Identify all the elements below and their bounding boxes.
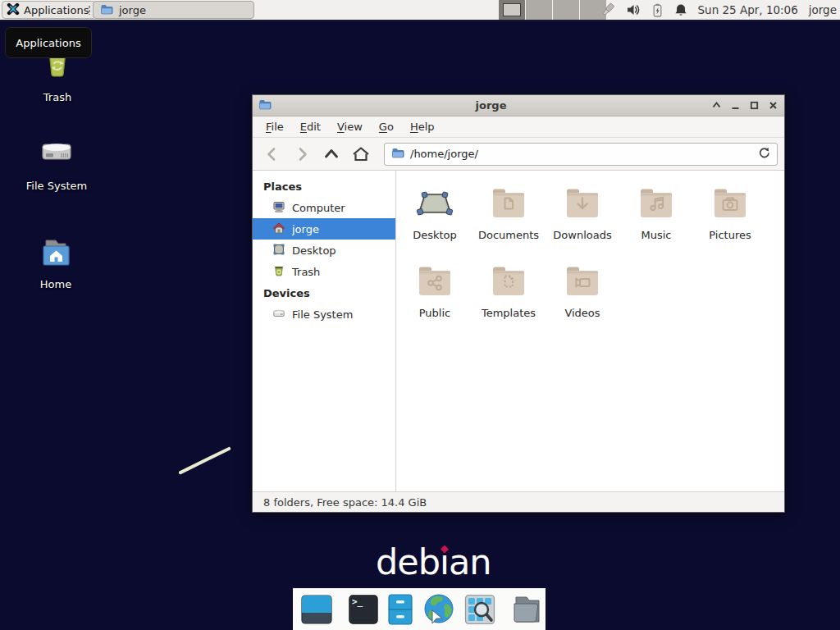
show-desktop-button[interactable] bbox=[300, 594, 333, 625]
public-folder-icon bbox=[415, 262, 454, 304]
workspace-3[interactable] bbox=[553, 0, 580, 20]
battery-icon[interactable] bbox=[651, 3, 664, 17]
file-label: Templates bbox=[482, 307, 536, 319]
hard-drive-icon bbox=[272, 307, 285, 322]
menubar: File Edit View Go Help bbox=[253, 116, 784, 138]
workspace-window-preview bbox=[503, 3, 521, 16]
file-public[interactable]: Public bbox=[398, 262, 472, 340]
applications-menu-button[interactable]: Applications bbox=[2, 1, 96, 19]
desktop-icon-home[interactable]: Home bbox=[15, 232, 97, 290]
statusbar-text: 8 folders, Free space: 14.4 GiB bbox=[263, 496, 427, 509]
desktop-icon bbox=[272, 243, 285, 258]
window-titlebar[interactable]: jorge bbox=[253, 95, 784, 116]
tooltip-text: Applications bbox=[16, 37, 80, 49]
debian-logo-text: deb bbox=[376, 541, 440, 582]
sidebar-item-computer[interactable]: Computer bbox=[253, 197, 395, 218]
sidebar: Places Computer bbox=[253, 171, 396, 491]
downloads-folder-icon bbox=[563, 184, 602, 226]
menu-view[interactable]: View bbox=[329, 116, 371, 138]
close-button[interactable] bbox=[767, 100, 778, 112]
file-label: Public bbox=[419, 307, 450, 319]
desktop-icon-label: Trash bbox=[43, 91, 71, 103]
window-folder-icon bbox=[258, 98, 272, 113]
applications-tooltip: Applications bbox=[5, 27, 92, 58]
desktop-trapezoid-icon bbox=[415, 184, 454, 226]
file-downloads[interactable]: Downloads bbox=[546, 184, 619, 262]
home-button[interactable] bbox=[348, 142, 374, 167]
workspace-1[interactable] bbox=[499, 0, 526, 20]
web-browser-launcher[interactable] bbox=[422, 592, 456, 627]
file-label: Documents bbox=[478, 229, 539, 241]
sidebar-item-jorge[interactable]: jorge bbox=[253, 218, 395, 240]
file-manager-window: jorge File Edit View Go Help bbox=[252, 94, 785, 513]
file-music[interactable]: Music bbox=[619, 184, 693, 262]
maximize-button[interactable] bbox=[748, 100, 760, 112]
path-text[interactable]: /home/jorge/ bbox=[410, 148, 752, 160]
trash-icon bbox=[272, 264, 285, 280]
videos-folder-icon bbox=[563, 262, 602, 304]
back-button[interactable] bbox=[259, 142, 285, 167]
hard-drive-icon bbox=[37, 134, 76, 176]
path-bar[interactable]: /home/jorge/ bbox=[384, 143, 778, 166]
file-label: Downloads bbox=[553, 229, 611, 241]
computer-icon bbox=[272, 200, 285, 216]
file-manager-launcher[interactable] bbox=[386, 593, 414, 626]
file-videos[interactable]: Videos bbox=[546, 262, 619, 340]
desktop-icon-label: Home bbox=[40, 278, 71, 290]
window-title: jorge bbox=[272, 99, 710, 112]
sidebar-item-label: Trash bbox=[292, 266, 320, 278]
menu-go[interactable]: Go bbox=[371, 116, 402, 138]
dock-panel: >_ bbox=[293, 588, 546, 630]
pictures-folder-icon bbox=[710, 184, 750, 226]
file-documents[interactable]: Documents bbox=[472, 184, 546, 262]
app-finder-launcher[interactable] bbox=[463, 593, 496, 626]
debian-logo-i: ı bbox=[440, 541, 449, 582]
music-folder-icon bbox=[637, 184, 676, 226]
forward-button[interactable] bbox=[289, 142, 315, 167]
sidebar-item-label: File System bbox=[292, 308, 353, 321]
workspace-pager[interactable] bbox=[499, 0, 607, 20]
stylus-tool-icon[interactable] bbox=[600, 2, 616, 17]
path-folder-icon bbox=[391, 146, 404, 162]
file-label: Music bbox=[641, 229, 672, 241]
documents-folder-icon bbox=[489, 184, 528, 226]
taskbar-window-button[interactable]: jorge bbox=[93, 1, 254, 19]
statusbar: 8 folders, Free space: 14.4 GiB bbox=[253, 491, 784, 512]
cursor-artifact bbox=[178, 446, 231, 474]
sidebar-item-desktop[interactable]: Desktop bbox=[253, 240, 395, 261]
sidebar-item-label: jorge bbox=[292, 223, 319, 235]
xfce-menu-icon bbox=[7, 2, 20, 18]
menu-file[interactable]: File bbox=[258, 116, 292, 138]
system-tray: Sun 25 Apr, 10:06 jorge bbox=[600, 0, 838, 20]
file-pictures[interactable]: Pictures bbox=[693, 184, 767, 262]
volume-icon[interactable] bbox=[627, 3, 641, 16]
menu-help[interactable]: Help bbox=[402, 116, 443, 138]
minimize-button[interactable] bbox=[729, 100, 741, 112]
reload-icon[interactable] bbox=[758, 147, 770, 162]
templates-folder-icon bbox=[489, 262, 528, 304]
up-button[interactable] bbox=[318, 142, 345, 167]
taskbar-window-label: jorge bbox=[119, 4, 146, 16]
workspace-2[interactable] bbox=[526, 0, 553, 20]
debian-logo: debıan bbox=[376, 541, 491, 582]
file-templates[interactable]: Templates bbox=[472, 262, 546, 340]
user-name[interactable]: jorge bbox=[809, 3, 837, 16]
home-folder-icon bbox=[36, 232, 75, 274]
file-desktop[interactable]: Desktop bbox=[398, 184, 472, 262]
file-label: Pictures bbox=[709, 229, 751, 241]
directory-menu-button[interactable] bbox=[511, 594, 544, 625]
panel-handle[interactable] bbox=[88, 5, 91, 15]
sidebar-item-file-system[interactable]: File System bbox=[253, 304, 395, 325]
notification-bell-icon[interactable] bbox=[674, 3, 687, 17]
desktop-icon-file-system[interactable]: File System bbox=[16, 134, 98, 192]
menu-edit[interactable]: Edit bbox=[292, 116, 329, 138]
desktop-icon-label: File System bbox=[26, 180, 87, 192]
shade-button[interactable] bbox=[710, 100, 722, 112]
file-label: Videos bbox=[564, 307, 600, 319]
sidebar-item-trash[interactable]: Trash bbox=[253, 261, 395, 282]
sidebar-item-label: Desktop bbox=[292, 244, 336, 257]
applications-menu-label: Applications bbox=[24, 4, 89, 16]
terminal-launcher[interactable]: >_ bbox=[348, 594, 379, 625]
file-list[interactable]: Desktop Documents bbox=[396, 171, 784, 491]
clock[interactable]: Sun 25 Apr, 10:06 bbox=[698, 3, 798, 16]
